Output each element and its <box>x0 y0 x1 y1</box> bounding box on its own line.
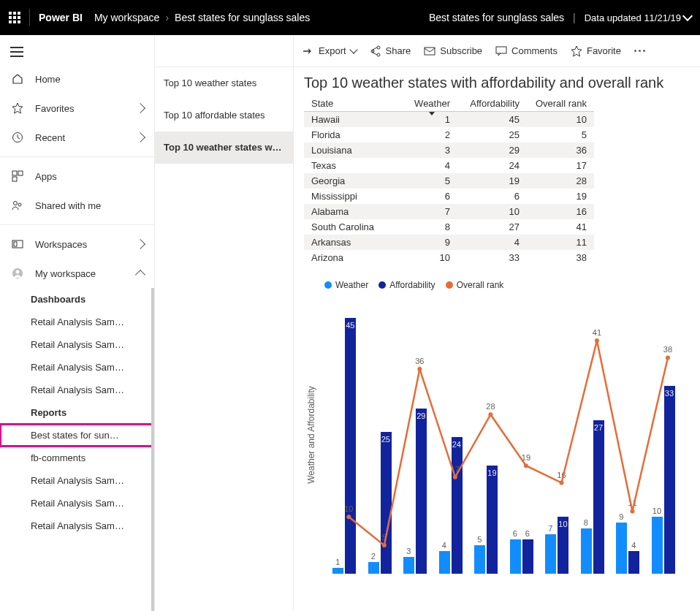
svg-rect-7 <box>14 242 17 246</box>
favorite-button[interactable]: Favorite <box>571 45 621 57</box>
chevron-down-icon <box>682 11 693 21</box>
shared-icon <box>10 200 25 211</box>
page-tab[interactable]: Top 10 weather states w… <box>155 132 293 164</box>
home-icon <box>10 73 25 85</box>
table-row[interactable]: Florida2255 <box>304 127 594 143</box>
nav-my-workspace[interactable]: My workspace <box>0 259 154 288</box>
divider <box>29 9 30 26</box>
svg-rect-10 <box>425 48 435 55</box>
svg-point-20 <box>630 509 634 513</box>
nav-report-item[interactable]: fb-comments <box>0 447 154 469</box>
crumb-report[interactable]: Best states for sunglass sales <box>175 12 310 23</box>
col-header[interactable]: State <box>304 96 406 112</box>
data-updated[interactable]: Data updated 11/21/19 <box>585 12 691 23</box>
svg-point-17 <box>524 463 528 468</box>
svg-point-21 <box>666 355 670 360</box>
svg-rect-11 <box>496 47 506 53</box>
nav-home[interactable]: Home <box>0 64 154 94</box>
nav-apps[interactable]: Apps <box>0 162 154 191</box>
person-icon <box>10 267 25 279</box>
share-icon <box>370 45 381 57</box>
nav-dashboard-item[interactable]: Retail Analysis Sam… <box>0 379 154 401</box>
app-launcher-icon[interactable] <box>9 12 20 23</box>
table-row[interactable]: Hawaii14510 <box>304 112 594 128</box>
col-header[interactable]: Weather <box>406 96 457 112</box>
table-row[interactable]: Louisiana32936 <box>304 143 594 158</box>
legend-overall[interactable]: Overall rank <box>446 280 504 290</box>
svg-point-16 <box>488 412 492 417</box>
nav-favorites[interactable]: Favorites <box>0 94 154 123</box>
svg-point-18 <box>559 481 563 485</box>
nav-section-dashboards: Dashboards <box>0 288 154 311</box>
data-table[interactable]: StateWeatherAffordabilityOverall rank Ha… <box>304 96 690 265</box>
legend-affordability[interactable]: Affordability <box>378 280 435 290</box>
table-row[interactable]: Mississippi6619 <box>304 189 594 204</box>
nav-toggle[interactable] <box>0 39 154 64</box>
comment-icon <box>495 45 507 57</box>
col-header[interactable]: Affordability <box>457 96 527 112</box>
svg-rect-2 <box>18 171 23 175</box>
crumb-workspace[interactable]: My workspace <box>94 12 159 23</box>
nav-dashboard-item[interactable]: Retail Analysis Sam… <box>0 311 154 333</box>
star-icon <box>571 45 582 57</box>
combo-chart[interactable]: Weather and Affordability 14522532942451… <box>324 296 690 574</box>
chevron-right-icon <box>135 239 145 249</box>
table-row[interactable]: Arizona103338 <box>304 250 594 265</box>
export-button[interactable]: Export <box>303 45 357 57</box>
page-tab[interactable]: Top 10 affordable states <box>155 99 293 132</box>
visual-title: Top 10 weather states with affordability… <box>304 75 690 91</box>
nav-dashboard-item[interactable]: Retail Analysis Sam… <box>0 333 154 356</box>
nav-report-item[interactable]: Retail Analysis Sam… <box>0 469 154 492</box>
nav-report-item[interactable]: Retail Analysis Sam… <box>0 515 154 537</box>
chevron-right-icon: › <box>165 12 169 23</box>
topbar: Power BI My workspace › Best states for … <box>0 0 700 35</box>
y-axis-label: Weather and Affordability <box>306 386 316 484</box>
svg-rect-3 <box>12 177 17 181</box>
more-button[interactable] <box>634 50 645 52</box>
legend-weather[interactable]: Weather <box>324 280 368 290</box>
report-toolbar: Export Share Subscribe Comments Favorite <box>294 35 700 67</box>
comments-button[interactable]: Comments <box>495 45 558 57</box>
share-button[interactable]: Share <box>370 45 411 57</box>
chart-legend: Weather Affordability Overall rank <box>324 280 690 290</box>
svg-point-19 <box>595 338 599 343</box>
svg-point-14 <box>417 367 422 371</box>
breadcrumb: My workspace › Best states for sunglass … <box>94 12 310 23</box>
nav-section-reports: Reports <box>0 401 154 424</box>
brand[interactable]: Power BI <box>39 12 83 23</box>
subscribe-button[interactable]: Subscribe <box>424 45 482 57</box>
chevron-right-icon <box>135 132 145 143</box>
table-row[interactable]: South Carolina82741 <box>304 219 594 235</box>
nav-report-item[interactable]: Retail Analysis Sam… <box>0 492 154 515</box>
export-icon <box>303 45 314 57</box>
nav-workspaces[interactable]: Workspaces <box>0 229 154 259</box>
svg-rect-1 <box>12 171 17 175</box>
star-icon <box>10 102 25 114</box>
table-row[interactable]: Arkansas9411 <box>304 235 594 250</box>
apps-icon <box>10 170 25 182</box>
mail-icon <box>424 45 435 57</box>
workspaces-icon <box>10 238 25 250</box>
chevron-down-icon <box>349 45 357 53</box>
side-nav: Home Favorites Recent Apps Shared with m… <box>0 35 155 611</box>
table-row[interactable]: Georgia51928 <box>304 173 594 189</box>
chevron-right-icon <box>135 103 145 113</box>
report-pages: Top 10 weather statesTop 10 affordable s… <box>155 35 294 611</box>
table-row[interactable]: Texas42417 <box>304 158 594 173</box>
chevron-up-icon <box>135 270 145 280</box>
nav-recent[interactable]: Recent <box>0 123 154 152</box>
svg-point-9 <box>16 270 20 274</box>
nav-report-item[interactable]: Best states for sun… <box>0 424 154 447</box>
table-row[interactable]: Alabama71016 <box>304 204 594 219</box>
col-header[interactable]: Overall rank <box>527 96 594 112</box>
page-tab[interactable]: Top 10 weather states <box>155 67 293 99</box>
report-title-top: Best states for sunglass sales <box>429 12 564 23</box>
nav-shared[interactable]: Shared with me <box>0 191 154 220</box>
clock-icon <box>10 132 25 143</box>
svg-point-4 <box>14 202 18 205</box>
svg-point-5 <box>18 203 21 206</box>
nav-dashboard-item[interactable]: Retail Analysis Sam… <box>0 356 154 379</box>
